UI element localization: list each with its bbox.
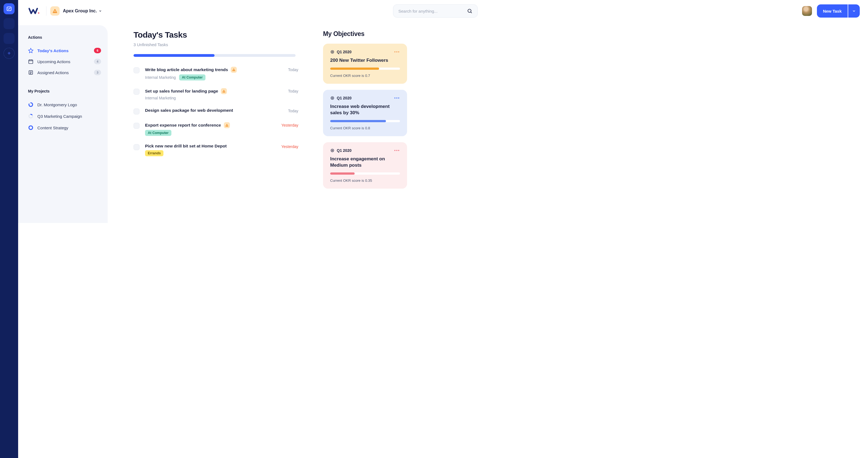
task-project: Internal Marketing	[145, 96, 176, 100]
objectives-column: My Objectives Q1 2020 ••• 200 New Twitte…	[323, 30, 407, 189]
plus-icon: +	[7, 50, 11, 57]
task-row[interactable]: Pick new new drill bit set at Home Depot…	[133, 141, 298, 161]
task-checkbox[interactable]	[133, 89, 140, 95]
task-tag: Errands	[145, 150, 163, 156]
chevron-down-icon	[99, 9, 102, 13]
count-badge: 3	[94, 70, 101, 75]
objective-card[interactable]: Q1 2020 ••• Increase engagement on Mediu…	[323, 142, 407, 189]
okr-progress	[330, 120, 400, 122]
task-tag: At Computer	[145, 130, 172, 136]
target-icon	[330, 50, 335, 54]
org-name-label: Apex Group Inc.	[63, 8, 97, 13]
svg-point-15	[331, 149, 334, 152]
divider	[46, 6, 46, 15]
objective-card[interactable]: Q1 2020 ••• 200 New Twitter Followers Cu…	[323, 44, 407, 84]
objective-card[interactable]: Q1 2020 ••• Increase web development sal…	[323, 90, 407, 136]
sidebar-actions-header: Actions	[28, 35, 101, 39]
project-item-content-strategy[interactable]: Content Strategy	[28, 122, 101, 133]
target-icon	[330, 96, 335, 100]
rail-add-workspace[interactable]: +	[4, 48, 14, 59]
objective-title: 200 New Twitter Followers	[330, 57, 400, 64]
org-mini-icon	[231, 67, 237, 73]
org-mini-icon	[221, 88, 227, 94]
app-logo[interactable]	[29, 6, 41, 15]
task-date: Today	[288, 108, 298, 113]
tasks-progress	[133, 54, 296, 57]
project-item-q3-marketing[interactable]: Q3 Marketing Campaign	[28, 110, 101, 122]
rail-checklist-icon[interactable]	[4, 3, 14, 14]
search-input[interactable]	[398, 9, 412, 13]
task-tag: At Computer	[179, 74, 206, 80]
card-menu-icon[interactable]: •••	[394, 148, 400, 153]
objectives-title: My Objectives	[323, 30, 407, 38]
okr-progress	[330, 68, 400, 70]
count-badge: 4	[94, 59, 101, 64]
task-checkbox[interactable]	[133, 67, 140, 73]
project-label: Content Strategy	[37, 126, 68, 130]
target-icon	[330, 148, 335, 153]
assigned-icon	[28, 70, 33, 75]
objective-period: Q1 2020	[337, 96, 351, 100]
sidebar-item-assigned-actions[interactable]: Assigned Actions 3	[28, 67, 101, 78]
project-item-montgomery[interactable]: Dr. Montgomery Logo	[28, 99, 101, 110]
org-mini-icon	[224, 122, 230, 128]
objective-title: Increase engagement on Medium posts	[330, 156, 400, 169]
page-subtitle: 3 Unfinished Tasks	[133, 42, 298, 47]
task-checkbox[interactable]	[133, 108, 140, 115]
project-label: Dr. Montgomery Logo	[37, 102, 77, 107]
objective-period: Q1 2020	[337, 148, 351, 153]
sidebar-item-todays-actions[interactable]: Today's Actions 6	[28, 45, 101, 56]
task-date: Yesterday	[281, 143, 298, 149]
okr-progress	[330, 172, 400, 175]
task-row[interactable]: Design sales package for web development…	[133, 105, 298, 120]
svg-point-1	[38, 12, 39, 14]
okr-score-text: Current OKR score is 0.35	[330, 178, 400, 183]
main-column: Today's Tasks 3 Unfinished Tasks Write b…	[133, 30, 298, 161]
task-date: Today	[288, 67, 298, 72]
progress-ring-icon	[28, 102, 33, 107]
svg-point-16	[332, 150, 333, 151]
task-title: Pick new new drill bit set at Home Depot	[145, 143, 227, 149]
card-menu-icon[interactable]: •••	[394, 50, 400, 54]
task-row[interactable]: Set up sales funnel for landing page Int…	[133, 86, 298, 105]
calendar-icon	[28, 59, 33, 64]
project-label: Q3 Marketing Campaign	[37, 114, 82, 119]
task-title: Design sales package for web development	[145, 108, 233, 113]
search-box[interactable]	[393, 4, 412, 18]
topbar: Apex Group Inc. New Task	[18, 0, 412, 22]
task-title: Write blog article about marketing trend…	[145, 67, 228, 72]
task-row[interactable]: Export expense report for conference At …	[133, 120, 298, 141]
org-logo-icon[interactable]	[50, 6, 60, 15]
task-checkbox[interactable]	[133, 144, 140, 150]
sidebar: Actions Today's Actions 6 Upcoming Actio…	[18, 25, 108, 220]
task-row[interactable]: Write blog article about marketing trend…	[133, 64, 298, 86]
task-checkbox[interactable]	[133, 123, 140, 129]
task-title: Export expense report for conference	[145, 123, 221, 128]
sidebar-item-label: Assigned Actions	[37, 70, 69, 75]
svg-point-14	[332, 97, 333, 99]
task-date: Yesterday	[281, 122, 298, 127]
sidebar-item-label: Today's Actions	[37, 48, 69, 53]
objective-period: Q1 2020	[337, 50, 351, 54]
okr-score-text: Current OKR score is 0.8	[330, 126, 400, 130]
task-title: Set up sales funnel for landing page	[145, 89, 218, 94]
rail-slot-3[interactable]	[4, 33, 14, 44]
page-title: Today's Tasks	[133, 30, 298, 39]
task-date: Today	[288, 88, 298, 93]
svg-point-11	[331, 51, 334, 54]
card-menu-icon[interactable]: •••	[394, 96, 400, 100]
sidebar-item-upcoming-actions[interactable]: Upcoming Actions 4	[28, 56, 101, 67]
star-icon	[28, 48, 33, 53]
okr-score-text: Current OKR score is 0.7	[330, 74, 400, 78]
sidebar-item-label: Upcoming Actions	[37, 59, 70, 64]
org-switcher[interactable]: Apex Group Inc.	[63, 8, 102, 13]
tasks-progress-fill	[133, 54, 215, 57]
nav-rail: +	[0, 0, 18, 220]
svg-rect-3	[29, 60, 33, 63]
progress-ring-icon	[28, 113, 33, 119]
sidebar-projects-header: My Projects	[28, 89, 101, 93]
svg-point-13	[331, 97, 334, 100]
count-badge: 6	[94, 48, 101, 53]
svg-point-10	[29, 126, 32, 129]
rail-slot-2[interactable]	[4, 18, 14, 29]
